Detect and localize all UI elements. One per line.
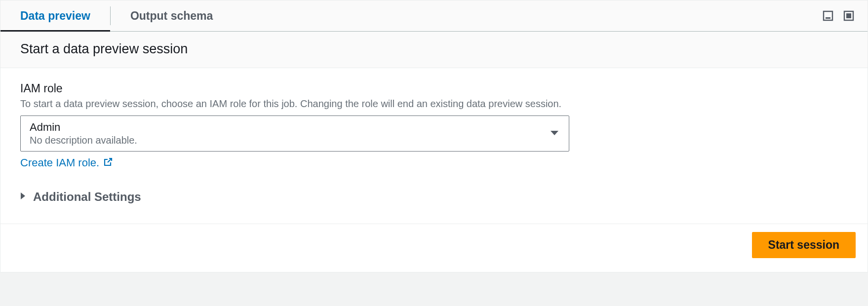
tab-data-preview[interactable]: Data preview: [0, 0, 110, 31]
maximize-panel-button[interactable]: [842, 9, 856, 23]
panel-title: Start a data preview session: [0, 32, 868, 68]
panel-container: Data preview Output schema Start a: [0, 0, 868, 272]
additional-settings-expander[interactable]: Additional Settings: [20, 190, 848, 204]
iam-role-select[interactable]: Admin No description available.: [20, 115, 569, 152]
additional-settings-label: Additional Settings: [33, 190, 141, 204]
iam-role-selected-value: Admin: [30, 121, 546, 134]
external-link-icon: [103, 157, 113, 169]
tabs-right-controls: [821, 9, 856, 23]
panel-footer: Start session: [0, 224, 868, 272]
tab-output-schema[interactable]: Output schema: [111, 0, 233, 31]
iam-role-label: IAM role: [20, 82, 848, 95]
tabs-bar: Data preview Output schema: [0, 0, 868, 32]
create-iam-role-row: Create IAM role.: [20, 156, 848, 169]
tabs-left: Data preview Output schema: [0, 0, 233, 31]
start-session-button[interactable]: Start session: [752, 232, 856, 258]
maximize-panel-icon: [843, 10, 855, 22]
iam-role-selected-subtext: No description available.: [30, 135, 546, 146]
tab-data-preview-label: Data preview: [20, 9, 90, 23]
start-session-label: Start session: [768, 238, 839, 251]
caret-right-icon: [20, 192, 26, 202]
svg-rect-3: [846, 13, 851, 18]
create-iam-role-link[interactable]: Create IAM role.: [20, 156, 99, 169]
panel-content: IAM role To start a data preview session…: [0, 68, 868, 224]
svg-rect-1: [826, 17, 830, 19]
tab-output-schema-label: Output schema: [130, 9, 213, 23]
collapse-panel-button[interactable]: [821, 9, 835, 23]
caret-down-icon: [550, 129, 559, 138]
collapse-panel-icon: [822, 10, 834, 22]
iam-role-description: To start a data preview session, choose …: [20, 98, 848, 110]
svg-rect-0: [824, 11, 832, 20]
